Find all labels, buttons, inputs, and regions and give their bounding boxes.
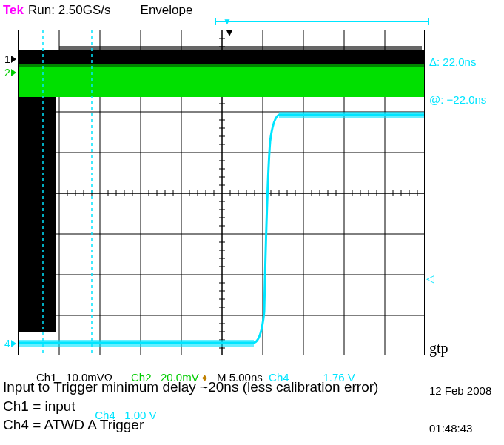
ch1-ground-marker: 1: [4, 53, 16, 65]
cursor-readout: Δ: 22.0ns @: −22.0ns: [429, 30, 486, 132]
ch2-ground-marker: 2: [4, 67, 16, 78]
capture-timestamp: 12 Feb 2008 01:48:43: [429, 358, 491, 438]
arrow-right-icon: [11, 56, 16, 63]
ch4-scale: Ch4 1.00 V: [95, 409, 156, 421]
annotation-gtp: gtp: [429, 340, 448, 357]
timebase-label: M 5.00ns: [211, 371, 269, 384]
svg-rect-22: [19, 64, 425, 70]
svg-marker-25: [226, 30, 232, 36]
trigger-position-bar: ▼: [215, 18, 429, 25]
bw-icon: ♦: [199, 371, 211, 384]
arrow-right-icon: [11, 340, 16, 347]
acquire-mode-label: Envelope: [141, 3, 193, 18]
scope-footer: Ch1 10.0mVΩ Ch2 20.0mV ♦ M 5.00ns Ch4 1.…: [18, 358, 491, 434]
arrow-right-icon: [11, 69, 16, 76]
run-rate-label: Run: 2.50GS/s: [28, 3, 111, 18]
ch1-scale: Ch1 10.0mVΩ: [36, 371, 112, 384]
trigger-t-marker-icon: ▼: [222, 16, 232, 27]
cursor-delta: Δ: 22.0ns: [429, 56, 486, 68]
trigger-source: Ch4 1.76 V: [269, 371, 355, 384]
waveform-plot: [18, 30, 425, 355]
ch4-ground-marker: 4: [4, 338, 16, 349]
svg-rect-24: [279, 112, 425, 118]
oscilloscope-screenshot: Tek Run: 2.50GS/s Envelope ▼ Δ: 22.0ns @…: [3, 3, 499, 373]
cursor-arrow-icon: ◁: [426, 272, 434, 284]
ch2-scale: Ch2 20.0mV: [131, 371, 199, 384]
svg-rect-23: [19, 340, 254, 347]
ch2-trace: [19, 64, 425, 97]
brand-label: Tek: [3, 3, 24, 18]
svg-rect-21: [19, 67, 425, 97]
svg-rect-20: [59, 46, 422, 52]
scope-header: Tek Run: 2.50GS/s Envelope: [3, 3, 192, 18]
trigger-t-icon: [226, 30, 232, 36]
cursor-at: @: −22.0ns: [429, 93, 486, 106]
